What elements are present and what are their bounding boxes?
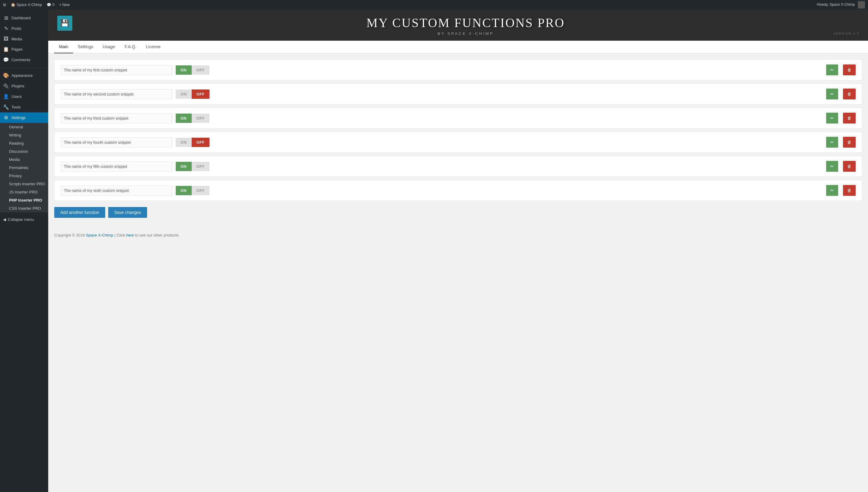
footer: Copyright © 2018 Space X-Chimp | Click h… (48, 227, 868, 243)
snippet-name-input-6[interactable] (61, 186, 172, 196)
toggle-on-1[interactable]: ON (176, 65, 192, 75)
toggle-off-6[interactable]: OFF (192, 186, 210, 195)
tabs-bar: Main Settings Usage F.A.Q. License (48, 41, 868, 53)
sidebar-item-appearance[interactable]: 🎨 Appearance (0, 70, 48, 81)
snippet-row-1: ON OFF ✏ 🗑 (54, 59, 862, 80)
edit-button-6[interactable]: ✏ (826, 185, 838, 196)
header-save-button[interactable]: 💾 (57, 16, 72, 31)
delete-button-4[interactable]: 🗑 (843, 137, 855, 148)
submenu-media[interactable]: Media (0, 155, 48, 164)
delete-button-5[interactable]: 🗑 (843, 161, 855, 172)
howdy-text: Howdy, Space X-Chimp (817, 2, 855, 7)
sidebar-item-media[interactable]: 🖼 Media (0, 34, 48, 44)
plugin-title: MY CUSTOM FUNCTIONS PRO (72, 16, 859, 30)
sidebar-item-pages[interactable]: 📋 Pages (0, 44, 48, 54)
sidebar-item-comments[interactable]: 💬 Comments (0, 54, 48, 65)
tab-license[interactable]: License (141, 41, 165, 53)
tab-settings[interactable]: Settings (73, 41, 98, 53)
plugin-subtitle: BY SPACE X-CHIMP (72, 31, 859, 36)
submenu-scripts-inserter[interactable]: Scripts Inserter PRO (0, 180, 48, 188)
tab-faq[interactable]: F.A.Q. (120, 41, 141, 53)
footer-here-link[interactable]: here (126, 233, 134, 238)
edit-button-1[interactable]: ✏ (826, 65, 838, 75)
toggle-on-6[interactable]: ON (176, 186, 192, 195)
wp-logo[interactable]: ⊞ (3, 3, 6, 7)
site-name[interactable]: 🏠 Space X-Chimp (11, 3, 42, 7)
snippet-name-input-3[interactable] (61, 113, 172, 123)
save-changes-button[interactable]: Save changes (108, 207, 147, 218)
snippet-name-input-2[interactable] (61, 89, 172, 99)
add-function-button[interactable]: Add another function (54, 207, 105, 218)
toggle-off-1[interactable]: OFF (192, 65, 210, 75)
snippet-row-5: ON OFF ✏ 🗑 (54, 156, 862, 177)
submenu-writing[interactable]: Writing (0, 131, 48, 139)
edit-button-3[interactable]: ✏ (826, 113, 838, 124)
sidebar-label-posts: Posts (11, 26, 21, 31)
toggle-off-3[interactable]: OFF (192, 114, 210, 123)
sidebar-item-users[interactable]: 👤 Users (0, 91, 48, 102)
plugins-icon: 🔌 (3, 83, 9, 89)
comments-count: 0 (52, 3, 54, 7)
submenu-permalinks[interactable]: Permalinks (0, 164, 48, 172)
new-label: + New (59, 3, 70, 7)
footer-text: Copyright © 2018 (54, 233, 86, 238)
toggle-off-4[interactable]: OFF (192, 138, 210, 147)
toggle-off-2[interactable]: OFF (192, 90, 210, 99)
submenu-general[interactable]: General (0, 123, 48, 131)
sidebar-item-dashboard[interactable]: ⊞ Dashboard (0, 13, 48, 23)
sidebar-label-appearance: Appearance (11, 73, 32, 78)
delete-button-6[interactable]: 🗑 (843, 185, 855, 196)
toggle-off-5[interactable]: OFF (192, 162, 210, 171)
toggle-on-5[interactable]: ON (176, 162, 192, 171)
edit-button-5[interactable]: ✏ (826, 161, 838, 172)
tab-main[interactable]: Main (54, 41, 73, 53)
sidebar-item-plugins[interactable]: 🔌 Plugins (0, 81, 48, 91)
sidebar-item-posts[interactable]: ✎ Posts (0, 23, 48, 34)
edit-button-2[interactable]: ✏ (826, 89, 838, 99)
admin-bar-left: ⊞ 🏠 Space X-Chimp 💬 0 + New (3, 3, 817, 7)
tab-usage[interactable]: Usage (98, 41, 120, 53)
submenu-privacy[interactable]: Privacy (0, 172, 48, 180)
submenu-js-inserter[interactable]: JS Inserter PRO (0, 188, 48, 196)
avatar (858, 1, 865, 8)
collapse-label: Collapse menu (8, 217, 34, 222)
snippet-row-3: ON OFF ✏ 🗑 (54, 107, 862, 129)
toggle-group-4: ON OFF (176, 138, 210, 147)
sidebar-label-settings: Settings (11, 115, 26, 120)
delete-button-2[interactable]: 🗑 (843, 89, 855, 99)
submenu-reading[interactable]: Reading (0, 139, 48, 147)
action-buttons: Add another function Save changes (54, 207, 862, 221)
edit-button-4[interactable]: ✏ (826, 137, 838, 148)
delete-button-3[interactable]: 🗑 (843, 113, 855, 124)
snippet-row-6: ON OFF ✏ 🗑 (54, 180, 862, 201)
sidebar-arrow (46, 115, 48, 120)
snippet-name-input-5[interactable] (61, 162, 172, 171)
comment-icon: 💬 (47, 3, 51, 7)
toggle-group-2: ON OFF (176, 90, 210, 99)
pages-icon: 📋 (3, 46, 9, 52)
submenu-discussion[interactable]: Discussion (0, 147, 48, 155)
plugin-version: VERSION 3.3 (833, 32, 859, 36)
appearance-icon: 🎨 (3, 73, 9, 78)
layout: ⊞ Dashboard ✎ Posts 🖼 Media 📋 Pages 💬 Co… (0, 10, 868, 492)
sidebar-label-users: Users (11, 94, 22, 99)
snippet-row-4: ON OFF ✏ 🗑 (54, 132, 862, 153)
toggle-on-2[interactable]: ON (176, 90, 192, 99)
delete-button-1[interactable]: 🗑 (843, 65, 855, 75)
submenu-css-inserter[interactable]: CSS Inserter PRO (0, 204, 48, 213)
sidebar-item-tools[interactable]: 🔧 Tools (0, 102, 48, 113)
snippet-name-input-4[interactable] (61, 138, 172, 147)
sidebar: ⊞ Dashboard ✎ Posts 🖼 Media 📋 Pages 💬 Co… (0, 10, 48, 492)
toggle-on-3[interactable]: ON (176, 114, 192, 123)
sidebar-label-media: Media (11, 37, 22, 41)
snippet-name-input-1[interactable] (61, 65, 172, 75)
footer-site-link[interactable]: Space X-Chimp (86, 233, 113, 238)
submenu-php-inserter[interactable]: PHP Inserter PRO (0, 196, 48, 204)
sidebar-item-settings[interactable]: ⚙ Settings (0, 113, 48, 123)
comments-link[interactable]: 💬 0 (47, 3, 54, 7)
toggle-on-4[interactable]: ON (176, 138, 192, 147)
plugin-header-text: MY CUSTOM FUNCTIONS PRO BY SPACE X-CHIMP (72, 16, 859, 36)
new-item[interactable]: + New (59, 3, 70, 7)
collapse-menu[interactable]: ◀ Collapse menu (0, 215, 48, 224)
settings-icon: ⚙ (3, 115, 9, 121)
